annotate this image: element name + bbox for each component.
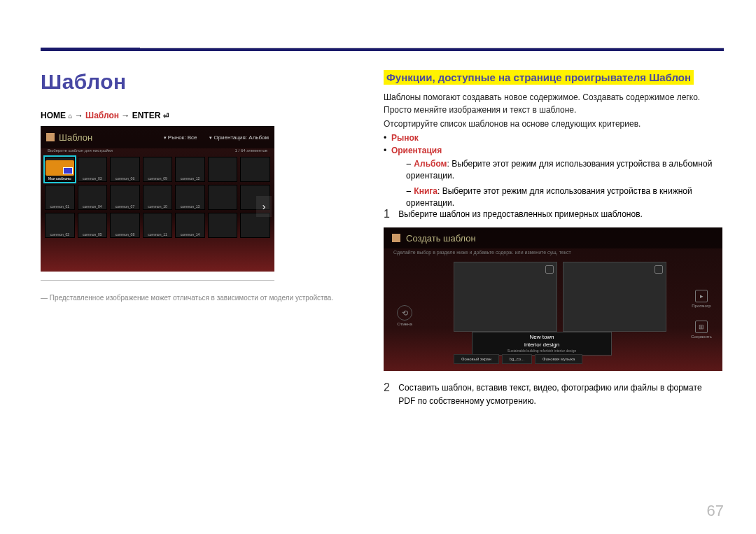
template-cell[interactable]: common_05 bbox=[78, 213, 108, 238]
template-cell[interactable]: common_10 bbox=[143, 185, 173, 210]
template-cell-selected[interactable]: Мои шаблоны bbox=[45, 157, 75, 182]
bullet-market: Рынок bbox=[391, 133, 419, 143]
template-cell[interactable] bbox=[208, 157, 238, 182]
template-cell[interactable]: common_04 bbox=[78, 185, 108, 210]
screenshot-template-grid: Шаблон Рынок: Все Ориентация: Альбом Выб… bbox=[41, 126, 274, 272]
tab-background[interactable]: Фоновый экран bbox=[454, 354, 499, 364]
template-cell[interactable] bbox=[240, 157, 270, 182]
bullet-orientation: Ориентация bbox=[391, 146, 442, 155]
content-panel-left[interactable] bbox=[454, 262, 557, 332]
template-cell[interactable]: common_13 bbox=[175, 185, 205, 210]
bullet-list: • Рынок • Ориентация Альбом: Выберите эт… bbox=[384, 130, 722, 210]
template-cell[interactable]: common_08 bbox=[110, 213, 140, 238]
arrow-icon: → bbox=[121, 111, 130, 120]
template-icon bbox=[392, 234, 400, 242]
template-cell[interactable]: common_01 bbox=[45, 185, 75, 210]
cancel-button[interactable]: ⟲ Отмена bbox=[393, 305, 416, 326]
template-cell[interactable]: common_06 bbox=[110, 157, 140, 182]
shot1-counter: 1 / 64 элементов bbox=[235, 148, 267, 153]
template-cell[interactable] bbox=[208, 213, 238, 238]
tab-bgcolor[interactable]: bg_co... bbox=[502, 354, 532, 364]
crumb-home: HOME bbox=[41, 111, 66, 120]
crumb-enter: ENTER bbox=[132, 111, 161, 120]
next-arrow-icon[interactable]: › bbox=[256, 196, 272, 217]
template-icon bbox=[46, 133, 55, 141]
shot2-header: Создать шаблон bbox=[384, 227, 722, 248]
arrow-icon: → bbox=[75, 111, 83, 120]
template-cell[interactable]: common_03 bbox=[78, 157, 108, 182]
folder-icon bbox=[46, 160, 74, 176]
paragraph-1: Шаблоны помогают создавать новое содержи… bbox=[384, 91, 722, 116]
preview-button[interactable]: ▸ Просмотр bbox=[690, 290, 713, 308]
header-rule-light bbox=[140, 48, 724, 48]
step-number: 2 bbox=[384, 381, 396, 394]
shot2-subtitle: Сделайте выбор в разделе ниже и добавьте… bbox=[384, 248, 722, 256]
cell-label: Мои шаблоны bbox=[46, 176, 74, 181]
template-cell[interactable] bbox=[208, 185, 238, 210]
content-panel-right[interactable] bbox=[563, 262, 666, 332]
screenshot-create-template: Создать шаблон Сделайте выбор в разделе … bbox=[384, 227, 722, 371]
template-grid: Мои шаблоны common_03 common_06 common_0… bbox=[41, 154, 274, 241]
filter-market[interactable]: Рынок: Все bbox=[164, 134, 197, 141]
shot2-title: Создать шаблон bbox=[406, 233, 476, 244]
paragraph-2: Отсортируйте список шаблонов на основе с… bbox=[384, 118, 722, 130]
breadcrumb: HOME ⌂ → Шаблон → ENTER ⏎ bbox=[41, 111, 169, 120]
page-title: Шаблон bbox=[41, 70, 127, 94]
sub-album: Альбом: Выберите этот режим для использо… bbox=[406, 158, 722, 183]
step-number: 1 bbox=[384, 208, 396, 220]
play-icon: ▸ bbox=[695, 290, 708, 302]
cancel-icon: ⟲ bbox=[397, 305, 412, 321]
tab-bgmusic[interactable]: Фоновая музыка bbox=[535, 354, 582, 364]
template-cell[interactable]: common_14 bbox=[175, 213, 205, 238]
footnote: Представленное изображение может отличат… bbox=[41, 294, 363, 302]
template-cell[interactable]: common_02 bbox=[45, 213, 75, 238]
shot1-header: Шаблон Рынок: Все Ориентация: Альбом bbox=[41, 126, 274, 148]
step-2: 2 Составить шаблон, вставив текст, видео… bbox=[384, 381, 722, 408]
shot1-subtitle: Выберите шаблон для настройки bbox=[48, 148, 113, 153]
save-icon: ⊞ bbox=[695, 321, 708, 333]
step-1: 1 Выберите шаблон из предоставленных при… bbox=[384, 208, 722, 221]
save-button[interactable]: ⊞ Сохранить bbox=[690, 321, 713, 339]
shot1-title: Шаблон bbox=[59, 132, 164, 143]
template-cell[interactable]: common_12 bbox=[175, 157, 205, 182]
template-cell[interactable]: common_11 bbox=[143, 213, 173, 238]
caption-box[interactable]: New town interior design Sustainable bui… bbox=[472, 332, 612, 356]
page-number: 67 bbox=[707, 502, 724, 520]
crumb-template: Шаблон bbox=[85, 111, 119, 120]
sub-book: Книга: Выберите этот режим для использов… bbox=[406, 185, 722, 210]
section-title: Функции, доступные на странице проигрыва… bbox=[384, 70, 694, 85]
template-cell[interactable]: common_07 bbox=[110, 185, 140, 210]
filter-orientation[interactable]: Ориентация: Альбом bbox=[209, 134, 269, 141]
home-icon: ⌂ bbox=[68, 112, 72, 120]
template-cell[interactable]: common_09 bbox=[143, 157, 173, 182]
divider bbox=[41, 280, 274, 281]
enter-icon: ⏎ bbox=[163, 112, 169, 120]
